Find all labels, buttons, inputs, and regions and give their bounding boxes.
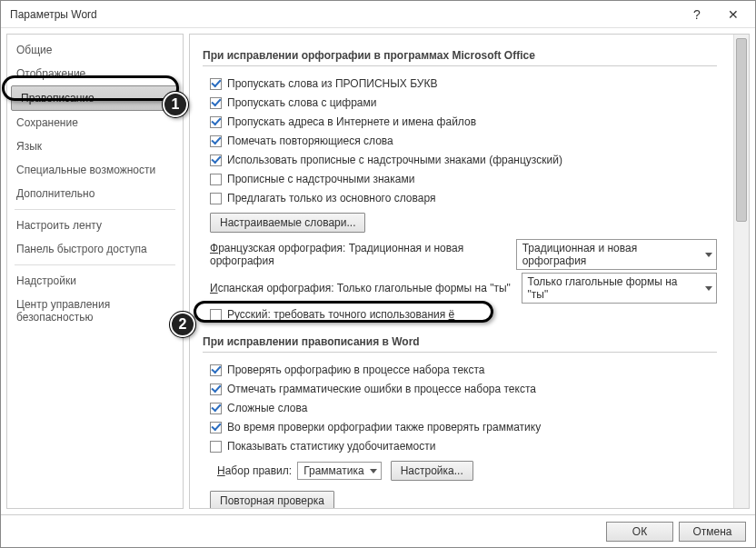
word-opt-label: Сложные слова [227, 402, 307, 414]
recheck-button[interactable]: Повторная проверка [210, 491, 334, 508]
office-opt-label: Пропускать слова из ПРОПИСНЫХ БУКВ [227, 77, 437, 90]
custom-dictionaries-button[interactable]: Настраиваемые словари... [210, 213, 365, 233]
office-opt-label: Пропускать слова с цифрами [227, 96, 376, 109]
nav-item[interactable]: Настроить ленту [7, 214, 183, 237]
word-opt-checkbox[interactable] [210, 384, 222, 395]
ok-button[interactable]: ОК [606, 522, 673, 542]
spanish-dropdown[interactable]: Только глагольные формы на "ты" [522, 273, 718, 304]
scrollbar[interactable] [733, 35, 749, 508]
rules-label: Набор правил: [217, 464, 292, 477]
word-opt-label: Отмечать грамматические ошибки в процесс… [227, 383, 536, 395]
word-options-dialog: Параметры Word ? ✕ ОбщиеОтображениеПраво… [0, 0, 756, 548]
word-opt-checkbox[interactable] [210, 364, 222, 376]
russian-yo-checkbox[interactable] [210, 309, 222, 321]
nav-item[interactable]: Сохранение [7, 111, 183, 135]
office-opt-checkbox[interactable] [210, 174, 222, 185]
french-dropdown[interactable]: Традиционная и новая орфография [516, 239, 717, 270]
dialog-title: Параметры Word [10, 8, 679, 21]
office-opt-label: Пропускать адреса в Интернете и имена фа… [227, 115, 476, 128]
nav-item[interactable]: Специальные возможности [7, 158, 183, 182]
russian-yo-label: Русский: требовать точного использования… [227, 308, 454, 321]
nav-item[interactable]: Дополнительно [7, 182, 183, 205]
chevron-down-icon [705, 253, 712, 257]
nav-item[interactable]: Центр управления безопасностью [7, 293, 183, 329]
word-opt-label: Показывать статистику удобочитаемости [227, 440, 435, 453]
titlebar: Параметры Word ? ✕ [1, 1, 755, 28]
nav-item[interactable]: Общие [7, 38, 183, 62]
french-label: ФФранцузская орфография: Традиционная и … [210, 242, 516, 267]
office-opt-checkbox[interactable] [210, 135, 222, 147]
nav-item[interactable]: Правописание [11, 85, 179, 111]
section-word-head: При исправлении правописания в Word [203, 335, 717, 353]
nav-item[interactable]: Надстройки [7, 269, 183, 293]
content-wrap: При исправлении орфографии в программах … [189, 34, 750, 509]
dialog-body: ОбщиеОтображениеПравописаниеСохранениеЯз… [1, 28, 755, 514]
chevron-down-icon [705, 286, 712, 291]
word-opt-checkbox[interactable] [210, 441, 222, 453]
office-opt-label: Предлагать только из основного словаря [227, 192, 435, 204]
word-opt-checkbox[interactable] [210, 422, 222, 433]
nav-item[interactable]: Панель быстрого доступа [7, 237, 183, 261]
office-opt-checkbox[interactable] [210, 154, 222, 166]
word-opt-label: Во время проверки орфографии также прове… [227, 421, 541, 433]
nav-item[interactable]: Язык [7, 135, 183, 158]
french-dropdown-value: Традиционная и новая орфография [522, 242, 700, 267]
section-office-head: При исправлении орфографии в программах … [203, 49, 717, 66]
cancel-button[interactable]: Отмена [679, 522, 746, 542]
close-button[interactable]: ✕ [715, 2, 751, 27]
office-opt-checkbox[interactable] [210, 193, 222, 204]
dialog-footer: ОК Отмена [1, 514, 755, 547]
content-panel: При исправлении орфографии в программах … [190, 35, 733, 508]
office-opt-checkbox[interactable] [210, 78, 222, 90]
office-opt-checkbox[interactable] [210, 116, 222, 128]
office-opt-label: Использовать прописные с надстрочными зн… [227, 154, 562, 166]
office-opt-label: Помечать повторяющиеся слова [227, 135, 393, 147]
spanish-label: Испанская орфография: Только глагольные … [210, 282, 522, 294]
spanish-dropdown-value: Только глагольные формы на "ты" [528, 275, 701, 301]
chevron-down-icon [370, 469, 377, 473]
settings-button[interactable]: Настройка... [391, 461, 473, 481]
help-button[interactable]: ? [679, 2, 715, 27]
word-opt-checkbox[interactable] [210, 403, 222, 414]
rules-dropdown-value: Грамматика [303, 464, 363, 477]
nav-item[interactable]: Отображение [7, 62, 183, 85]
office-opt-checkbox[interactable] [210, 97, 222, 109]
word-opt-label: Проверять орфографию в процессе набора т… [227, 364, 485, 376]
rules-dropdown[interactable]: Грамматика [297, 462, 381, 480]
nav-panel: ОбщиеОтображениеПравописаниеСохранениеЯз… [6, 34, 184, 509]
office-opt-label: Прописные с надстрочными знаками [227, 173, 414, 185]
